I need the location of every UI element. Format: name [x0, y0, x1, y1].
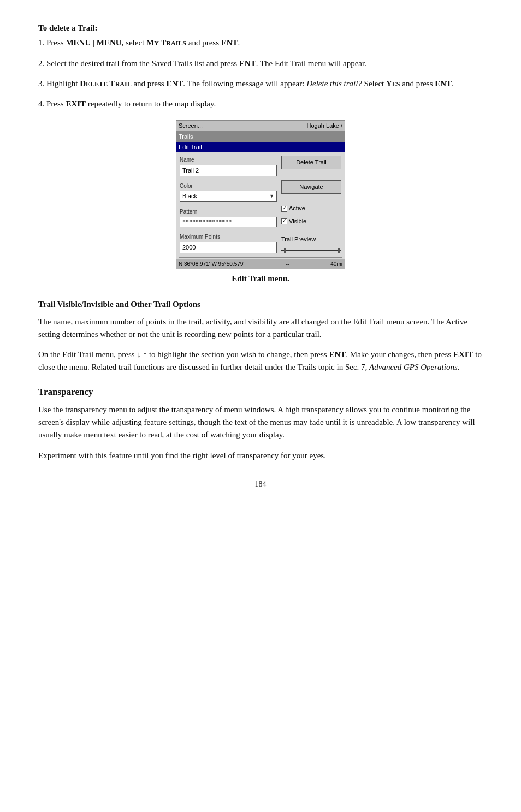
menu-trails-bar: Trails: [176, 132, 345, 142]
page-number: 184: [38, 478, 483, 490]
menu-coords: N 36°08.971' W 95°50.579': [179, 260, 244, 269]
trail-options-p2-pre: On the Edit Trail menu, press: [38, 350, 137, 359]
menu-maxpoints-label: Maximum Points: [180, 233, 277, 241]
trail-options-p2: On the Edit Trail menu, press ↓ ↑ to hig…: [38, 348, 483, 374]
step3: 3. Highlight DELETE TRAIL and press ENT.…: [38, 78, 483, 90]
menu-name-value: Trail 2: [180, 165, 277, 176]
step4: 4. Press EXIT repeatedly to return to th…: [38, 98, 483, 110]
menu-bottom-bar: N 36°08.971' W 95°50.579' ↔ 40mi: [176, 259, 345, 269]
menu-name-field: Name Trail 2: [180, 156, 277, 176]
transparency-heading: Transparency: [38, 385, 483, 399]
color-text: Black: [182, 192, 197, 201]
ent-key-2: ENT: [239, 59, 256, 68]
transparency-p2: Experiment with this feature until you f…: [38, 449, 483, 462]
spacer2: [281, 197, 341, 200]
dropdown-arrow-icon: ▼: [269, 193, 274, 200]
menu-maxpoints-value: 2000: [180, 242, 277, 253]
spacer3: [281, 229, 341, 232]
trail-preview-label: Trail Preview: [281, 235, 341, 244]
visible-label: Visible: [289, 217, 306, 226]
ent-key-trail: ENT: [329, 350, 346, 359]
trail-preview-line: [281, 250, 341, 251]
menu-pattern-field: Pattern ***************: [180, 208, 277, 227]
menu-pattern-label: Pattern: [180, 208, 277, 216]
exit-key-1: EXIT: [66, 99, 86, 108]
yes-key: YES: [386, 79, 400, 88]
trail-preview-graphic: [281, 246, 341, 255]
delete-trail-heading: To delete a Trail:: [38, 22, 483, 34]
step2: 2. Select the desired trail from the Sav…: [38, 57, 483, 70]
trail-options-p2-mid: to highlight the section you wish to cha…: [147, 350, 329, 359]
exit-key-trail: EXIT: [453, 350, 473, 359]
menu-arrow-icon: ↔: [285, 260, 290, 269]
menu-topbar-screen: Screen...: [179, 121, 203, 131]
menu-body: Name Trail 2 Color Black ▼ Pattern *****…: [176, 152, 345, 256]
menu-edit-bar: Edit Trail: [176, 142, 345, 152]
menu-color-field: Color Black ▼: [180, 182, 277, 203]
menu-color-label: Color: [180, 182, 277, 191]
visible-checkbox-row: ✓ Visible: [281, 217, 341, 226]
transparency-p1: Use the transparency menu to adjust the …: [38, 404, 483, 442]
delete-trail-button[interactable]: Delete Trail: [281, 156, 341, 169]
my-trails-ref: MY TRAILS: [146, 38, 186, 47]
advanced-gps-ref: Advanced GPS Operations: [369, 363, 458, 371]
menu-topbar-location: Hogah Lake /: [307, 121, 342, 131]
menu-maxpoints-field: Maximum Points 2000: [180, 233, 277, 253]
trail-options-p2-mid2: . Make your changes, then press: [346, 350, 453, 359]
delete-message: Delete this trail?: [306, 79, 362, 88]
menu-topbar: Screen... Hogah Lake /: [176, 121, 345, 132]
menu-scale: 40mi: [330, 260, 342, 269]
menu-name-label: Name: [180, 156, 277, 164]
active-checkbox-row: ✓ Active: [281, 204, 341, 213]
trail-options-heading: Trail Visible/Invisible and Other Trail …: [38, 298, 483, 311]
ent-key-4: ENT: [435, 79, 452, 88]
trail-options-p2-final: .: [458, 363, 460, 371]
menu-key-1: MENU: [66, 38, 91, 47]
menu-right-col: Delete Trail Navigate ✓ Active ✓ Visible: [281, 156, 341, 254]
ent-key-3: ENT: [166, 79, 183, 88]
visible-checkbox[interactable]: ✓: [281, 218, 287, 224]
delete-trail-ref: DELETE TRAIL: [80, 79, 131, 88]
menu-color-value: Black ▼: [180, 191, 277, 202]
trail-options-p1: The name, maximum number of points in th…: [38, 316, 483, 341]
trail-preview-section: Trail Preview: [281, 235, 341, 255]
spacer1: [281, 173, 341, 177]
menu-key-2: MENU: [97, 38, 122, 47]
menu-caption: Edit Trail menu.: [232, 272, 289, 285]
navigate-button[interactable]: Navigate: [281, 180, 341, 194]
active-label: Active: [289, 204, 305, 213]
edit-trail-menu: Screen... Hogah Lake / Trails Edit Trail…: [176, 120, 345, 269]
trail-preview-marker1: [284, 248, 286, 253]
menu-screenshot-container: Screen... Hogah Lake / Trails Edit Trail…: [38, 120, 483, 295]
step1: 1. Press MENU | MENU, select MY TRAILS a…: [38, 37, 483, 49]
trail-preview-marker2: [338, 248, 340, 253]
ent-key-1: ENT: [221, 38, 238, 47]
active-checkbox[interactable]: ✓: [281, 206, 287, 212]
menu-pattern-value: ***************: [180, 217, 277, 228]
menu-left-col: Name Trail 2 Color Black ▼ Pattern *****…: [180, 156, 277, 254]
arrow-symbols: ↓ ↑: [137, 350, 147, 359]
menu-separator: [179, 257, 342, 258]
